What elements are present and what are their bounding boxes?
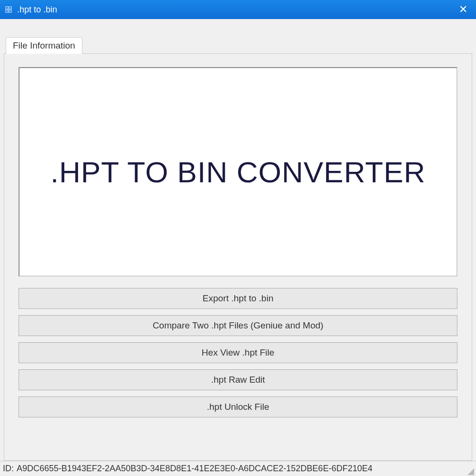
main-panel: .HPT TO BIN CONVERTER: [19, 67, 457, 277]
tab-content: .HPT TO BIN CONVERTER Export .hpt to .bi…: [4, 53, 472, 461]
status-id-value: A9DC6655-B1943EF2-2AA50B3D-34E8D8E1-41E2…: [17, 464, 372, 474]
window-title: .hpt to .bin: [17, 5, 57, 15]
hexview-button[interactable]: Hex View .hpt File: [19, 342, 457, 363]
app-icon: [4, 5, 13, 14]
resize-grip-icon[interactable]: [466, 467, 474, 475]
tab-file-information[interactable]: File Information: [6, 37, 82, 54]
window-body: File Information .HPT TO BIN CONVERTER E…: [0, 19, 476, 461]
main-heading: .HPT TO BIN CONVERTER: [50, 155, 426, 189]
unlock-button[interactable]: .hpt Unlock File: [19, 397, 457, 417]
titlebar: .hpt to .bin ✕: [0, 0, 476, 19]
status-id-label: ID:: [3, 464, 14, 474]
export-button[interactable]: Export .hpt to .bin: [19, 288, 457, 309]
statusbar: ID: A9DC6655-B1943EF2-2AA50B3D-34E8D8E1-…: [0, 461, 476, 476]
rawedit-button[interactable]: .hpt Raw Edit: [19, 369, 457, 390]
tab-strip: File Information: [4, 37, 472, 54]
button-stack: Export .hpt to .bin Compare Two .hpt Fil…: [19, 288, 457, 417]
compare-button[interactable]: Compare Two .hpt Files (Geniue and Mod): [19, 315, 457, 336]
close-icon[interactable]: ✕: [456, 2, 470, 17]
